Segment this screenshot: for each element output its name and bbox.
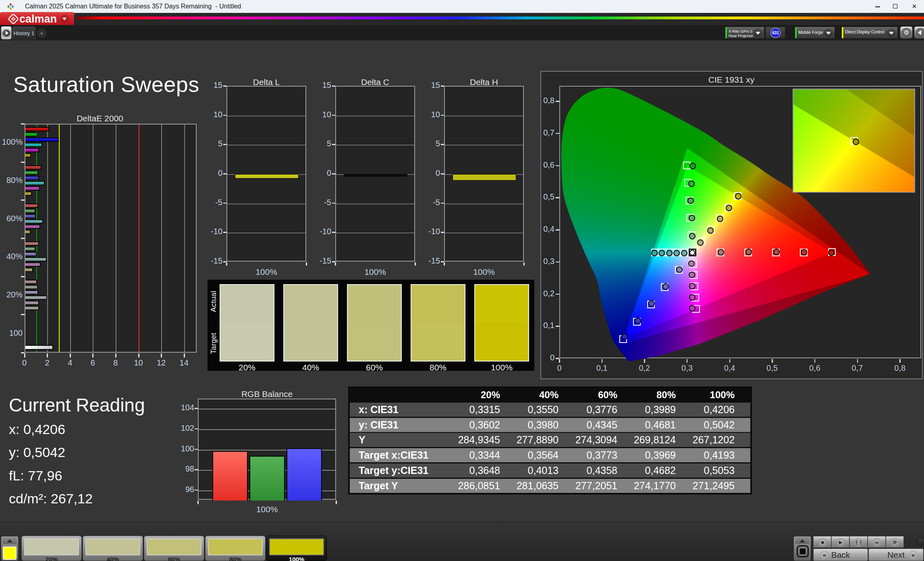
workflow-play-button[interactable] [1, 26, 12, 39]
measured-cyan-40 [673, 250, 680, 256]
add-tab-button[interactable]: + [37, 29, 46, 38]
close-button[interactable]: ✕ [905, 0, 923, 13]
bar-yellow [25, 191, 32, 196]
calman-logo-text: calman [19, 13, 57, 25]
patch-button-100%[interactable]: 100% [266, 536, 327, 561]
measured-yellow-60 [717, 216, 723, 222]
y-axis-label: 0,5 [543, 192, 554, 202]
x-tick [602, 359, 603, 363]
y-tick [441, 173, 444, 175]
table-row: y: CIE310,36020,39800,43450,46810,5042 [350, 418, 750, 432]
x-tick [336, 501, 337, 504]
patch-button-label: 100% [267, 556, 326, 561]
play-icon: ▶ [836, 538, 845, 547]
y-tick [441, 232, 444, 233]
x-axis-label: 6 [91, 358, 95, 368]
x-tick [184, 353, 185, 357]
bar-yellow [25, 306, 39, 310]
interval-button[interactable]: [··] [849, 536, 868, 548]
cell: 0,4193 [666, 449, 735, 461]
x-axis-label: 0,4 [724, 364, 735, 373]
plot-area [25, 124, 197, 353]
swatch-actual [347, 284, 402, 323]
cell: 281,0635 [490, 480, 559, 492]
knob-button[interactable] [916, 537, 924, 546]
gridline [227, 145, 305, 145]
swatch-label: 20% [239, 363, 255, 372]
y-tick [223, 203, 226, 204]
bar-red [25, 204, 39, 208]
logo-dropdown-icon[interactable] [60, 15, 69, 23]
chevron-down-icon[interactable] [887, 29, 895, 37]
bar-green [25, 209, 36, 213]
plot-area [335, 86, 415, 262]
bar-red [25, 241, 39, 246]
current-patch-color [3, 546, 17, 560]
chevron-down-icon[interactable] [824, 29, 833, 37]
patch-color [269, 538, 324, 555]
y-axis-label: -5 [324, 198, 331, 207]
chevron-down-icon[interactable] [754, 29, 762, 37]
y-tick [223, 115, 226, 116]
x-tick [197, 501, 199, 504]
measured-white [689, 250, 695, 256]
x-axis-label: 0,8 [894, 364, 905, 373]
swatch-label: 40% [302, 363, 319, 372]
minimize-button[interactable] [869, 0, 887, 13]
y-tick [195, 449, 198, 450]
x-tick [226, 262, 227, 266]
chart-title: CIE 1931 xy [708, 75, 754, 85]
expand-up-icon[interactable] [2, 537, 17, 544]
play-button[interactable]: ▶ [831, 536, 849, 548]
y-tick [556, 133, 559, 134]
source-selector[interactable]: Mobile Forge [795, 27, 835, 39]
gridline [336, 116, 414, 116]
cell: 274,1770 [607, 480, 676, 492]
measured-cyan-20 [681, 250, 687, 256]
cell: 0,4681 [607, 419, 676, 431]
x-tick [899, 359, 901, 363]
patch-color [208, 538, 263, 555]
bar-green [25, 247, 36, 251]
patch-color [147, 538, 201, 555]
patch-button-80%[interactable]: 80% [205, 536, 266, 561]
expand-up-icon[interactable] [795, 537, 810, 544]
cell: 0,3980 [490, 419, 559, 431]
patch-button-40%[interactable]: 40% [83, 536, 143, 561]
swatch-label: 80% [430, 363, 446, 372]
gridline [445, 116, 523, 116]
tab-history-1[interactable]: History 1 [12, 27, 35, 40]
measured-yellow-40 [707, 227, 714, 234]
col-header: 60% [565, 389, 617, 401]
meter-selector[interactable]: X-Rite i1Pro 3 Rear Projector [725, 27, 764, 39]
y-axis-label: 10 [322, 110, 331, 119]
y-tick [21, 123, 25, 125]
display-control-selector[interactable]: Direct Display Control [841, 27, 898, 39]
x-axis-label: 2 [45, 358, 50, 368]
back-button[interactable]: « Back [813, 549, 868, 561]
stop-button[interactable]: ■ [813, 536, 831, 548]
calman-logo-button[interactable]: calman [0, 12, 74, 25]
x-axis-label: 0,2 [639, 364, 650, 373]
y-axis-label: 104 [181, 403, 194, 412]
table-row: Target y:CIE310,36480,40130,43580,46820,… [350, 463, 750, 478]
refresh-button[interactable]: ⟳ [886, 536, 904, 548]
settings-button[interactable]: ⚙ [900, 26, 913, 39]
y-tick [441, 144, 444, 145]
x-axis-label: 0,3 [681, 364, 693, 373]
bottom-bar: 20%40%60%80%100% ■▶[··]∞⟳ « Back Next » [0, 522, 924, 561]
gridline [199, 429, 335, 430]
measured-magenta-60 [689, 283, 696, 289]
patch-button-20%[interactable]: 20% [21, 536, 82, 561]
loop-button[interactable]: ∞ [868, 536, 886, 548]
x-axis-label: 14 [180, 358, 189, 368]
collapse-panel-button[interactable] [914, 26, 924, 39]
bar-magenta [25, 301, 39, 305]
stop-icon[interactable] [797, 545, 809, 557]
next-button[interactable]: Next » [868, 549, 924, 561]
y-tick [223, 173, 226, 175]
current-reading-heading: Current Reading [9, 394, 145, 416]
table-row: x: CIE310,33150,35500,37760,39890,4206 [350, 403, 750, 417]
patch-button-60%[interactable]: 60% [144, 536, 204, 561]
maximize-button[interactable] [886, 0, 904, 13]
